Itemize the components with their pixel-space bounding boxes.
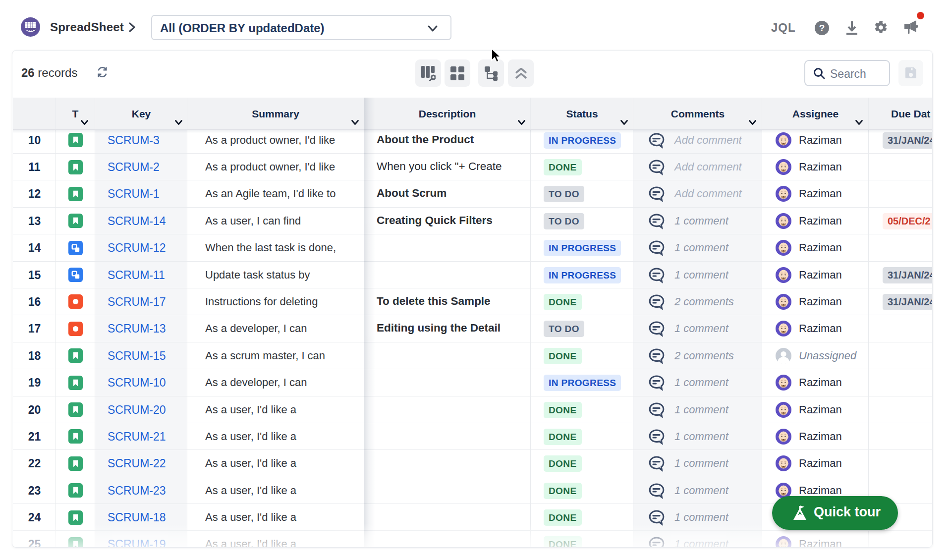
svg-text:?: ?: [819, 23, 825, 33]
